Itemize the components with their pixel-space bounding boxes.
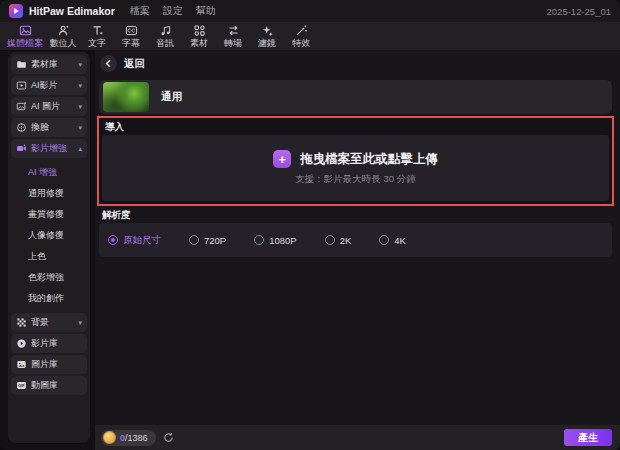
sidebar-item-video-enhance[interactable]: 影片增強 ▴ xyxy=(11,139,87,158)
sidebar-subitem-quality-restore[interactable]: 畫質修復 xyxy=(11,204,87,225)
import-section: 導入 + 拖曳檔案至此或點擊上傳 支援：影片最大時長 30 分鐘 xyxy=(97,116,614,206)
mode-thumbnail xyxy=(103,82,149,112)
ai-image-icon xyxy=(16,101,27,112)
import-section-label: 導入 xyxy=(105,121,124,134)
sidebar-subitem-portrait-restore[interactable]: 人像修復 xyxy=(11,225,87,246)
chevron-down-icon: ▾ xyxy=(78,103,82,111)
app-logo-icon xyxy=(9,4,23,18)
radio-icon xyxy=(108,235,118,245)
sidebar-subitem-color-enhance[interactable]: 色彩增強 xyxy=(11,267,87,288)
sidebar-item-label: 動圖庫 xyxy=(31,379,58,392)
radio-1080p[interactable]: 1080P xyxy=(254,235,296,246)
titlebar: HitPaw Edimakor 檔案 設定 幫助 2025-12-25_01 xyxy=(0,0,620,22)
subtitle-icon xyxy=(125,24,138,37)
back-circle[interactable] xyxy=(100,55,117,72)
radio-2k[interactable]: 2K xyxy=(325,235,352,246)
tab-subtitle-label: 字幕 xyxy=(122,38,140,48)
menubar: 檔案 設定 幫助 xyxy=(130,4,216,18)
resolution-section-label: 解析度 xyxy=(102,209,131,222)
tab-text[interactable]: 文字 xyxy=(80,24,114,48)
sidebar-item-label: 影片庫 xyxy=(31,337,58,350)
sidebar-subitem-ai-enhance[interactable]: AI 增強 xyxy=(11,162,87,183)
footer-bar: 0/1386 產生 xyxy=(95,425,620,450)
main-toolbar: 媒體檔案 數位人 文字 字幕 音訊 素材 轉場 濾鏡 xyxy=(0,22,620,50)
mode-panel[interactable]: 通用 xyxy=(99,80,612,114)
tab-effects[interactable]: 特效 xyxy=(284,24,318,48)
credits-pill[interactable]: 0/1386 xyxy=(101,430,156,446)
refresh-button[interactable] xyxy=(163,432,174,443)
back-button[interactable]: 返回 xyxy=(100,55,145,72)
sidebar-item-background[interactable]: 背景 ▾ xyxy=(11,313,87,332)
mode-label: 通用 xyxy=(161,90,182,104)
tab-subtitle[interactable]: 字幕 xyxy=(114,24,148,48)
menu-help[interactable]: 幫助 xyxy=(196,4,216,18)
tab-filter-label: 濾鏡 xyxy=(258,38,276,48)
chevron-up-icon: ▴ xyxy=(78,145,82,153)
tab-assets-label: 素材 xyxy=(190,38,208,48)
radio-label: 4K xyxy=(394,235,406,246)
app-window: HitPaw Edimakor 檔案 設定 幫助 2025-12-25_01 媒… xyxy=(0,0,620,450)
sidebar-item-ai-image[interactable]: AI 圖片 ▾ xyxy=(11,97,87,116)
filter-icon xyxy=(261,24,274,37)
radio-label: 原始尺寸 xyxy=(123,234,161,247)
sidebar-item-label: AI影片 xyxy=(31,79,58,92)
background-icon xyxy=(16,317,27,328)
radio-original-size[interactable]: 原始尺寸 xyxy=(108,234,161,247)
sidebar-item-label: 圖片庫 xyxy=(31,358,58,371)
subitem-label: AI 增強 xyxy=(28,166,57,179)
subitem-label: 上色 xyxy=(28,250,46,263)
sidebar-subitem-colorize[interactable]: 上色 xyxy=(11,246,87,267)
refresh-icon xyxy=(163,432,174,443)
video-enhance-icon xyxy=(16,143,27,154)
back-label: 返回 xyxy=(124,57,145,71)
menu-settings[interactable]: 設定 xyxy=(163,4,183,18)
sidebar-item-label: 影片增強 xyxy=(31,142,67,155)
generate-button[interactable]: 產生 xyxy=(564,429,612,446)
coin-icon xyxy=(103,431,116,444)
tab-media[interactable]: 媒體檔案 xyxy=(4,24,46,48)
tab-digital-human-label: 數位人 xyxy=(50,38,77,48)
radio-label: 1080P xyxy=(269,235,296,246)
tab-filter[interactable]: 濾鏡 xyxy=(250,24,284,48)
tab-media-label: 媒體檔案 xyxy=(7,38,43,48)
sidebar-item-image-library[interactable]: 圖片庫 xyxy=(11,355,87,374)
radio-720p[interactable]: 720P xyxy=(189,235,226,246)
ai-video-icon xyxy=(16,80,27,91)
video-enhance-submenu: AI 增強 通用修復 畫質修復 人像修復 上色 色彩增強 我的創作 xyxy=(11,160,87,313)
folder-icon xyxy=(16,59,27,70)
sidebar-item-gif-library[interactable]: GIF 動圖庫 xyxy=(11,376,87,395)
media-icon xyxy=(19,24,32,37)
project-name: 2025-12-25_01 xyxy=(547,6,611,17)
chevron-down-icon: ▾ xyxy=(78,61,82,69)
radio-icon xyxy=(254,235,264,245)
subitem-label: 我的創作 xyxy=(28,292,64,305)
upload-dropzone[interactable]: + 拖曳檔案至此或點擊上傳 支援：影片最大時長 30 分鐘 xyxy=(102,135,609,201)
subitem-label: 畫質修復 xyxy=(28,208,64,221)
sidebar-item-asset-library[interactable]: 素材庫 ▾ xyxy=(11,55,87,74)
main-content: 返回 通用 導入 + 拖曳檔案至此或點擊上傳 支援：影片最大時長 30 分鐘 解… xyxy=(95,50,620,425)
radio-4k[interactable]: 4K xyxy=(379,235,406,246)
subitem-label: 通用修復 xyxy=(28,187,64,200)
tab-digital-human[interactable]: 數位人 xyxy=(46,24,80,48)
digital-human-icon xyxy=(57,24,70,37)
menu-file[interactable]: 檔案 xyxy=(130,4,150,18)
tab-transition[interactable]: 轉場 xyxy=(216,24,250,48)
sidebar-subitem-general-restore[interactable]: 通用修復 xyxy=(11,183,87,204)
sidebar-subitem-my-creations[interactable]: 我的創作 xyxy=(11,288,87,309)
face-swap-icon xyxy=(16,122,27,133)
chevron-down-icon: ▾ xyxy=(78,319,82,327)
effects-icon xyxy=(295,24,308,37)
upload-title: 拖曳檔案至此或點擊上傳 xyxy=(300,151,438,168)
resolution-panel: 原始尺寸 720P 1080P 2K 4K xyxy=(99,223,612,257)
plus-icon[interactable]: + xyxy=(273,150,291,168)
tab-transition-label: 轉場 xyxy=(224,38,242,48)
sidebar-item-ai-video[interactable]: AI影片 ▾ xyxy=(11,76,87,95)
radio-icon xyxy=(379,235,389,245)
sidebar-item-face-swap[interactable]: 換臉 ▾ xyxy=(11,118,87,137)
sidebar-item-video-library[interactable]: 影片庫 xyxy=(11,334,87,353)
tab-assets[interactable]: 素材 xyxy=(182,24,216,48)
tab-audio[interactable]: 音訊 xyxy=(148,24,182,48)
tab-audio-label: 音訊 xyxy=(156,38,174,48)
sidebar-item-label: 素材庫 xyxy=(31,58,58,71)
assets-icon xyxy=(193,24,206,37)
